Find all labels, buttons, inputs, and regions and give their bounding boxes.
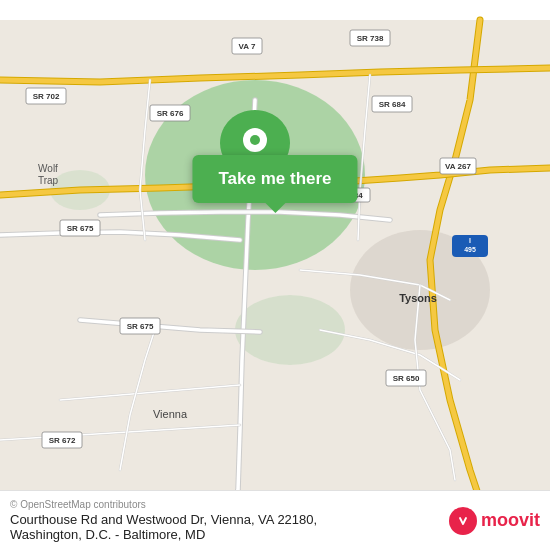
address-section: © OpenStreetMap contributors Courthouse …	[10, 499, 317, 542]
svg-text:VA 267: VA 267	[445, 162, 471, 171]
svg-text:SR 738: SR 738	[357, 34, 384, 43]
svg-text:Trap: Trap	[38, 175, 59, 186]
moovit-icon	[449, 507, 477, 535]
osm-credit: © OpenStreetMap contributors	[10, 499, 317, 510]
svg-text:SR 702: SR 702	[33, 92, 60, 101]
svg-text:SR 684: SR 684	[379, 100, 406, 109]
address-line2: Washington, D.C. - Baltimore, MD	[10, 527, 317, 542]
svg-text:495: 495	[464, 246, 476, 253]
moovit-text: moovit	[481, 510, 540, 531]
svg-text:Tysons: Tysons	[399, 292, 437, 304]
svg-text:SR 676: SR 676	[157, 109, 184, 118]
svg-text:SR 650: SR 650	[393, 374, 420, 383]
svg-point-38	[455, 513, 470, 528]
svg-text:SR 675: SR 675	[67, 224, 94, 233]
svg-text:I: I	[469, 237, 471, 244]
bottom-bar: © OpenStreetMap contributors Courthouse …	[0, 490, 550, 550]
take-me-there-button[interactable]: Take me there	[192, 155, 357, 203]
svg-text:SR 675: SR 675	[127, 322, 154, 331]
svg-text:Vienna: Vienna	[153, 408, 188, 420]
moovit-logo[interactable]: moovit	[449, 507, 540, 535]
svg-text:SR 672: SR 672	[49, 436, 76, 445]
svg-point-37	[250, 135, 260, 145]
svg-text:VA 7: VA 7	[239, 42, 256, 51]
svg-text:Wolf: Wolf	[38, 163, 58, 174]
map-container: SR 738 VA 7 SR 702 SR 676 SR 684 VA 267 …	[0, 0, 550, 550]
address-line1: Courthouse Rd and Westwood Dr, Vienna, V…	[10, 512, 317, 527]
